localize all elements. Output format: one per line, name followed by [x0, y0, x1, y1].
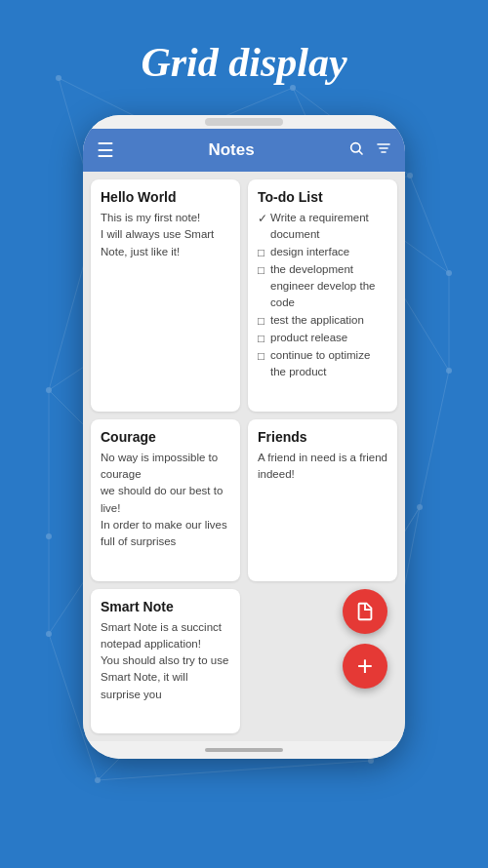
- svg-line-49: [359, 151, 362, 154]
- note-card-friends[interactable]: Friends A friend in need is a friend ind…: [248, 419, 397, 581]
- todo-text-5: continue to optimize the product: [270, 347, 387, 381]
- note-title-friends: Friends: [258, 429, 387, 445]
- note-title-hello-world: Hello World: [101, 189, 230, 205]
- note-title-smart-note: Smart Note: [101, 599, 230, 614]
- search-icon[interactable]: [348, 140, 364, 161]
- todo-check-2: □: [258, 262, 267, 279]
- note-card-todo[interactable]: To-do List ✓ Write a requirement documen…: [248, 179, 397, 412]
- page-title: Grid display: [0, 0, 488, 115]
- phone-screen: ☰ Notes: [83, 115, 405, 759]
- svg-point-46: [95, 777, 101, 783]
- phone-bottom-bar: [83, 741, 405, 759]
- note-body-smart-note: Smart Note is a succinct notepad applica…: [101, 619, 230, 703]
- todo-text-4: product release: [270, 330, 347, 346]
- note-body-friends: A friend in need is a friend indeed!: [258, 450, 387, 484]
- menu-icon[interactable]: ☰: [97, 138, 114, 162]
- note-card-hello-world[interactable]: Hello World This is my first note! I wil…: [91, 179, 240, 412]
- phone-notch: [205, 118, 283, 126]
- note-card-smart-note[interactable]: Smart Note Smart Note is a succinct note…: [91, 589, 240, 734]
- todo-item-5: □ continue to optimize the product: [258, 347, 387, 381]
- todo-text-1: design interface: [270, 244, 349, 260]
- todo-text-2: the development engineer develop the cod…: [270, 261, 387, 312]
- todo-text-3: test the application: [270, 312, 364, 329]
- todo-item-1: □ design interface: [258, 244, 387, 261]
- note-title-todo: To-do List: [258, 189, 387, 205]
- todo-item-4: □ product release: [258, 330, 387, 347]
- note-card-courage[interactable]: Courage No way is impossible to courage …: [91, 419, 240, 581]
- todo-item-2: □ the development engineer develop the c…: [258, 261, 387, 312]
- todo-item-0: ✓ Write a requirement document: [258, 210, 387, 244]
- todo-check-4: □: [258, 331, 267, 347]
- todo-check-3: □: [258, 313, 267, 330]
- svg-line-29: [98, 761, 371, 780]
- home-indicator: [205, 748, 283, 752]
- note-title-courage: Courage: [101, 429, 230, 445]
- fab-doc-button[interactable]: [343, 589, 387, 634]
- app-bar-icons: [348, 140, 391, 161]
- todo-check-0: ✓: [258, 211, 267, 227]
- fab-add-button[interactable]: +: [343, 644, 387, 689]
- phone-mockup: ☰ Notes: [0, 115, 488, 759]
- todo-items: ✓ Write a requirement document □ design …: [258, 210, 387, 381]
- todo-text-0: Write a requirement document: [270, 210, 387, 244]
- fab-area: +: [343, 589, 387, 689]
- todo-item-3: □ test the application: [258, 312, 387, 330]
- todo-check-1: □: [258, 245, 267, 261]
- app-bar: ☰ Notes: [83, 129, 405, 172]
- todo-check-5: □: [258, 348, 267, 365]
- add-icon: +: [357, 652, 373, 680]
- note-body-hello-world: This is my first note! I will always use…: [101, 210, 230, 260]
- app-bar-title: Notes: [124, 140, 339, 160]
- note-body-courage: No way is impossible to courage we shoul…: [101, 450, 230, 551]
- phone-notch-area: [83, 115, 405, 129]
- filter-icon[interactable]: [376, 140, 391, 161]
